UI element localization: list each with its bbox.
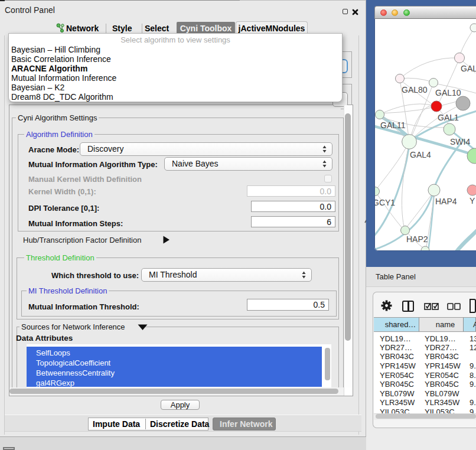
svg-text:HAP2: HAP2 (406, 234, 428, 244)
svg-text:GAL: GAL (461, 64, 476, 73)
svg-text:GAL1: GAL1 (438, 113, 459, 122)
svg-text:GCY1: GCY1 (374, 198, 395, 207)
svg-text:GAL4: GAL4 (410, 150, 431, 159)
svg-text:HAP4: HAP4 (435, 197, 457, 206)
svg-text:GAL11: GAL11 (380, 120, 406, 130)
svg-text:Y: Y (470, 196, 475, 206)
svg-text:GAL10: GAL10 (435, 88, 461, 97)
svg-text:SWI4: SWI4 (450, 137, 470, 146)
svg-text:GAL80: GAL80 (402, 85, 428, 94)
